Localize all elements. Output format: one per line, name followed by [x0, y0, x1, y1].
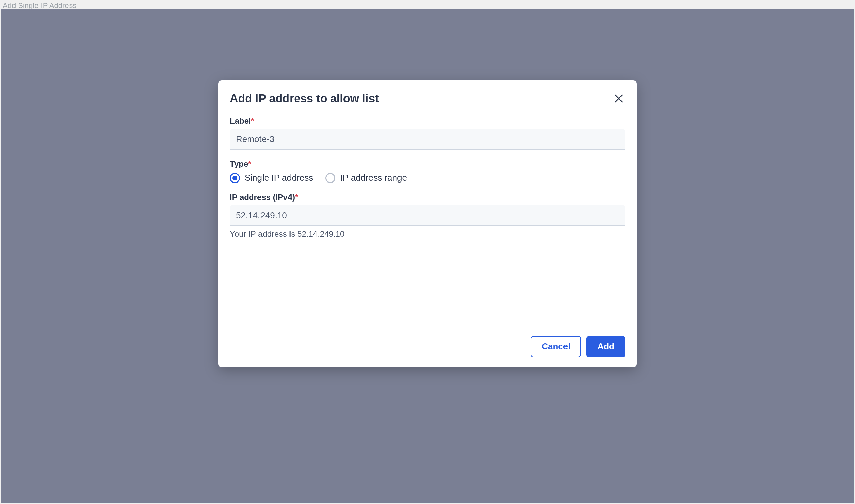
ip-field-group: IP address (IPv4)* Your IP address is 52… — [230, 193, 625, 239]
radio-single-ip[interactable]: Single IP address — [230, 173, 313, 183]
modal-backdrop: Add IP address to allow list Label* — [1, 10, 854, 503]
ip-helper-text: Your IP address is 52.14.249.10 — [230, 229, 625, 239]
modal-header: Add IP address to allow list — [218, 80, 637, 111]
ip-field-label: IP address (IPv4)* — [230, 193, 625, 202]
radio-single-label: Single IP address — [245, 173, 313, 183]
label-field-label-text: Label — [230, 116, 251, 126]
type-field-label: Type* — [230, 159, 625, 169]
label-field-label: Label* — [230, 116, 625, 126]
required-asterisk: * — [251, 116, 254, 126]
close-icon — [614, 100, 624, 105]
radio-icon — [325, 173, 335, 183]
type-field-group: Type* Single IP address IP address range — [230, 159, 625, 183]
ip-field-label-text: IP address (IPv4) — [230, 193, 295, 202]
label-input[interactable] — [230, 129, 625, 150]
label-field-group: Label* — [230, 116, 625, 150]
cancel-button[interactable]: Cancel — [531, 336, 581, 357]
radio-range-label: IP address range — [340, 173, 407, 183]
radio-icon — [230, 173, 240, 183]
ip-input[interactable] — [230, 205, 625, 226]
type-radio-row: Single IP address IP address range — [230, 173, 625, 183]
type-field-label-text: Type — [230, 159, 248, 168]
modal-footer: Cancel Add — [218, 327, 637, 367]
required-asterisk: * — [248, 159, 251, 168]
modal-body: Label* Type* Single IP address IP addres… — [218, 111, 637, 327]
add-ip-modal: Add IP address to allow list Label* — [218, 80, 637, 367]
close-button[interactable] — [612, 92, 625, 105]
page-header: Add Single IP Address — [0, 0, 855, 10]
modal-title: Add IP address to allow list — [230, 92, 378, 105]
page-header-text: Add Single IP Address — [3, 1, 76, 10]
radio-ip-range[interactable]: IP address range — [325, 173, 407, 183]
add-button[interactable]: Add — [586, 336, 625, 357]
required-asterisk: * — [295, 193, 298, 202]
